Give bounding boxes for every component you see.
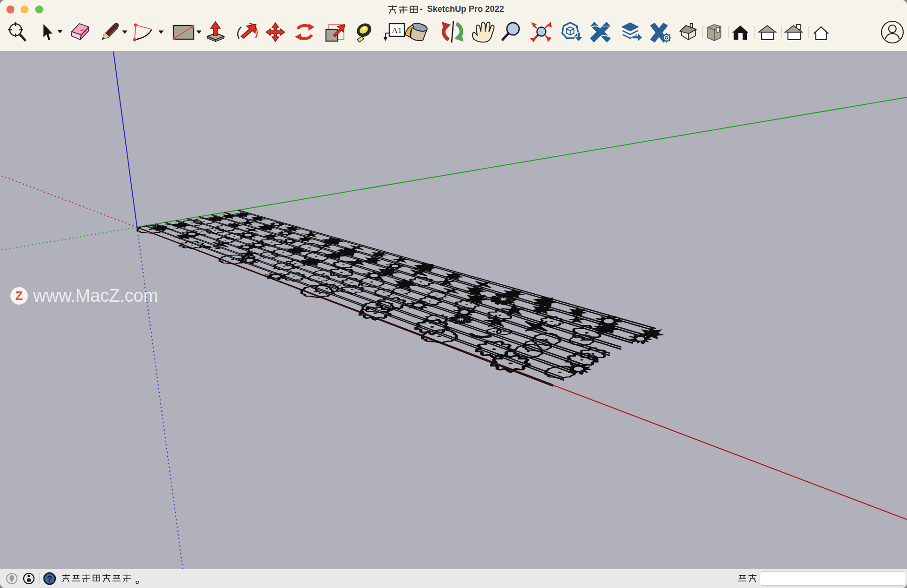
svg-text:?: ? <box>47 574 52 584</box>
svg-text:A1: A1 <box>392 26 402 35</box>
